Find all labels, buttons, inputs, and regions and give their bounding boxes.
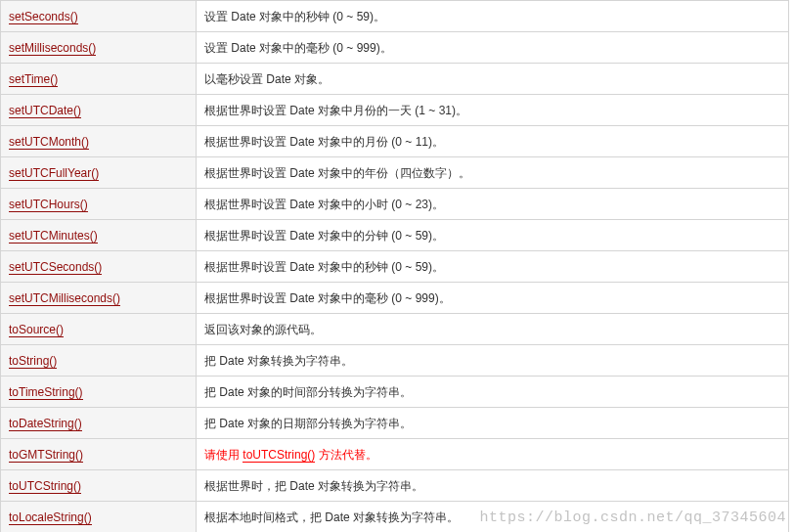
method-cell: setUTCMilliseconds() <box>1 283 197 314</box>
description-text: 根据世界时设置 Date 对象中的分钟 (0 ~ 59)。 <box>204 229 444 243</box>
table-row: toString()把 Date 对象转换为字符串。 <box>1 345 789 377</box>
table-row: setUTCMilliseconds()根据世界时设置 Date 对象中的毫秒 … <box>1 283 789 314</box>
description-cell: 根据世界时设置 Date 对象中的毫秒 (0 ~ 999)。 <box>197 283 789 314</box>
method-cell: toDateString() <box>1 408 197 439</box>
method-link[interactable]: setUTCMilliseconds() <box>9 291 120 306</box>
method-link[interactable]: toTimeString() <box>9 385 83 400</box>
method-link[interactable]: setUTCMinutes() <box>9 229 98 244</box>
method-cell: toTimeString() <box>1 377 197 408</box>
table-row: setUTCMonth()根据世界时设置 Date 对象中的月份 (0 ~ 11… <box>1 126 789 157</box>
table-row: setUTCDate()根据世界时设置 Date 对象中月份的一天 (1 ~ 3… <box>1 95 789 126</box>
method-link[interactable]: toString() <box>9 354 57 369</box>
table-row: toSource()返回该对象的源代码。 <box>1 314 789 345</box>
description-cell: 根据本地时间格式，把 Date 对象转换为字符串。 <box>197 502 789 533</box>
description-cell: 根据世界时设置 Date 对象中的年份（四位数字）。 <box>197 157 789 189</box>
description-cell: 把 Date 对象的日期部分转换为字符串。 <box>197 408 789 439</box>
description-cell: 根据世界时设置 Date 对象中的分钟 (0 ~ 59)。 <box>197 220 789 251</box>
table-row: setUTCHours()根据世界时设置 Date 对象中的小时 (0 ~ 23… <box>1 189 789 220</box>
table-row: toLocaleString()根据本地时间格式，把 Date 对象转换为字符串… <box>1 502 789 533</box>
description-text: 设置 Date 对象中的毫秒 (0 ~ 999)。 <box>204 41 392 55</box>
method-link[interactable]: setUTCHours() <box>9 198 88 212</box>
method-cell: setUTCFullYear() <box>1 157 197 189</box>
table-row: setUTCFullYear()根据世界时设置 Date 对象中的年份（四位数字… <box>1 157 789 189</box>
method-cell: setUTCDate() <box>1 95 197 126</box>
method-link[interactable]: setUTCMonth() <box>9 135 89 150</box>
method-cell: setUTCMinutes() <box>1 220 197 251</box>
method-cell: setTime() <box>1 64 197 95</box>
table-row: setTime()以毫秒设置 Date 对象。 <box>1 64 789 95</box>
method-cell: setUTCSeconds() <box>1 251 197 283</box>
method-cell: setUTCHours() <box>1 189 197 220</box>
table-row: toTimeString()把 Date 对象的时间部分转换为字符串。 <box>1 377 789 408</box>
method-link[interactable]: setSeconds() <box>9 10 78 24</box>
description-cell: 设置 Date 对象中的秒钟 (0 ~ 59)。 <box>197 1 789 32</box>
description-cell: 根据世界时设置 Date 对象中的秒钟 (0 ~ 59)。 <box>197 251 789 283</box>
description-text: 返回该对象的源代码。 <box>204 323 322 336</box>
method-link[interactable]: toGMTString() <box>9 448 83 463</box>
description-cell: 设置 Date 对象中的毫秒 (0 ~ 999)。 <box>197 32 789 64</box>
table-row: setMilliseconds()设置 Date 对象中的毫秒 (0 ~ 999… <box>1 32 789 64</box>
description-text: 根据世界时，把 Date 对象转换为字符串。 <box>204 479 423 493</box>
table-row: toGMTString()请使用 toUTCString() 方法代替。 <box>1 439 789 470</box>
table-row: setUTCSeconds()根据世界时设置 Date 对象中的秒钟 (0 ~ … <box>1 251 789 283</box>
description-cell: 根据世界时，把 Date 对象转换为字符串。 <box>197 470 789 502</box>
description-cell: 返回该对象的源代码。 <box>197 314 789 345</box>
description-cell: 根据世界时设置 Date 对象中月份的一天 (1 ~ 31)。 <box>197 95 789 126</box>
method-link[interactable]: setTime() <box>9 72 58 87</box>
method-link[interactable]: toUTCString() <box>9 479 81 494</box>
method-cell: setUTCMonth() <box>1 126 197 157</box>
description-cell: 以毫秒设置 Date 对象。 <box>197 64 789 95</box>
description-cell: 把 Date 对象转换为字符串。 <box>197 345 789 377</box>
description-text: 根据本地时间格式，把 Date 对象转换为字符串。 <box>204 510 459 524</box>
method-cell: setMilliseconds() <box>1 32 197 64</box>
method-link[interactable]: setUTCDate() <box>9 104 81 118</box>
method-cell: toLocaleString() <box>1 502 197 533</box>
description-text: 根据世界时设置 Date 对象中的年份（四位数字）。 <box>204 166 470 180</box>
method-link[interactable]: setMilliseconds() <box>9 41 96 56</box>
method-cell: toSource() <box>1 314 197 345</box>
description-text: 根据世界时设置 Date 对象中的毫秒 (0 ~ 999)。 <box>204 291 451 305</box>
description-cell: 请使用 toUTCString() 方法代替。 <box>197 439 789 470</box>
deprecated-note: 请使用 toUTCString() 方法代替。 <box>204 448 377 463</box>
method-cell: toUTCString() <box>1 470 197 502</box>
method-link[interactable]: toLocaleString() <box>9 510 92 525</box>
date-methods-table: setSeconds()设置 Date 对象中的秒钟 (0 ~ 59)。setM… <box>0 0 789 532</box>
table-row: toUTCString()根据世界时，把 Date 对象转换为字符串。 <box>1 470 789 502</box>
description-text: 根据世界时设置 Date 对象中的小时 (0 ~ 23)。 <box>204 198 444 211</box>
description-cell: 根据世界时设置 Date 对象中的月份 (0 ~ 11)。 <box>197 126 789 157</box>
table-row: setSeconds()设置 Date 对象中的秒钟 (0 ~ 59)。 <box>1 1 789 32</box>
table-row: toDateString()把 Date 对象的日期部分转换为字符串。 <box>1 408 789 439</box>
method-link[interactable]: toSource() <box>9 323 64 337</box>
description-cell: 根据世界时设置 Date 对象中的小时 (0 ~ 23)。 <box>197 189 789 220</box>
method-link[interactable]: setUTCFullYear() <box>9 166 99 181</box>
description-text: 把 Date 对象转换为字符串。 <box>204 354 353 368</box>
description-text: 根据世界时设置 Date 对象中的月份 (0 ~ 11)。 <box>204 135 444 149</box>
deprecated-replacement-link[interactable]: toUTCString() <box>243 448 315 463</box>
description-text: 把 Date 对象的日期部分转换为字符串。 <box>204 417 412 430</box>
method-link[interactable]: setUTCSeconds() <box>9 260 102 275</box>
method-cell: toString() <box>1 345 197 377</box>
table-row: setUTCMinutes()根据世界时设置 Date 对象中的分钟 (0 ~ … <box>1 220 789 251</box>
description-text: 把 Date 对象的时间部分转换为字符串。 <box>204 385 412 399</box>
method-link[interactable]: toDateString() <box>9 417 82 431</box>
description-text: 设置 Date 对象中的秒钟 (0 ~ 59)。 <box>204 10 385 23</box>
method-cell: setSeconds() <box>1 1 197 32</box>
method-cell: toGMTString() <box>1 439 197 470</box>
description-text: 根据世界时设置 Date 对象中的秒钟 (0 ~ 59)。 <box>204 260 444 274</box>
description-text: 以毫秒设置 Date 对象。 <box>204 72 330 86</box>
description-cell: 把 Date 对象的时间部分转换为字符串。 <box>197 377 789 408</box>
description-text: 根据世界时设置 Date 对象中月份的一天 (1 ~ 31)。 <box>204 104 467 117</box>
